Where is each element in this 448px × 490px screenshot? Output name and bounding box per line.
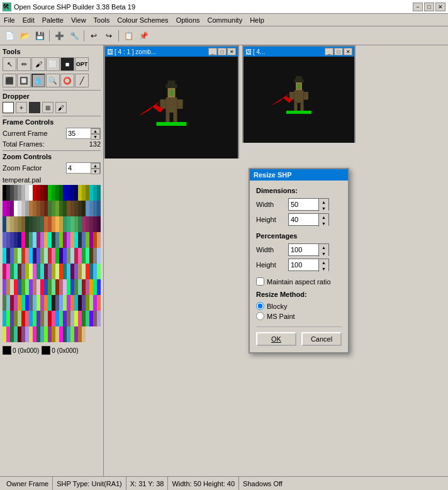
pct-width-down[interactable]: ▼ (319, 250, 328, 257)
aspect-ratio-checkbox[interactable] (256, 277, 264, 286)
maximize-button[interactable]: □ (424, 3, 434, 11)
status-shp-type: SHP Type: Unit(RA1) (53, 477, 126, 490)
zoom-controls-title: Zoom Controls (3, 153, 101, 160)
canvas-win2-close[interactable]: ✕ (344, 48, 352, 55)
dropper-brush[interactable]: 🖌 (55, 102, 67, 113)
dim-width-up[interactable]: ▲ (319, 199, 328, 205)
toolbar-sep1 (49, 30, 50, 42)
tool-pencil[interactable]: ✏ (17, 57, 31, 71)
zoom-factor-input[interactable]: 4 (67, 164, 92, 172)
dropper-grid[interactable]: ⊞ (42, 102, 53, 113)
pct-height-down[interactable]: ▼ (319, 265, 328, 272)
tool-select[interactable]: ↖ (3, 57, 16, 71)
menu-colour-schemes[interactable]: Colour Schemes (113, 16, 172, 25)
menu-edit[interactable]: Edit (19, 16, 38, 25)
toolbar-save[interactable]: 💾 (33, 29, 47, 43)
color-indicator-1: 0 (0x000) (3, 346, 39, 355)
menu-palette[interactable]: Palette (38, 16, 67, 25)
current-frame-input[interactable]: 35 (67, 130, 92, 137)
pct-height-input[interactable] (289, 261, 320, 269)
tools-grid-2: ⬛ 🔲 💧 🔍 ⭕ ╱ (3, 74, 101, 87)
menu-help[interactable]: Help (246, 16, 268, 25)
toolbar-redo[interactable]: ↪ (102, 29, 116, 43)
menu-tools[interactable]: Tools (90, 16, 114, 25)
canvas-win1-minimize[interactable]: _ (208, 48, 217, 55)
toolbar-undo[interactable]: ↩ (87, 29, 101, 43)
resize-dialog: Resize SHP Dimensions: Width ▲ ▼ (249, 168, 349, 354)
dropper-section: Dropper + ⊞ 🖌 (3, 92, 101, 113)
zoom-factor-row: Zoom Factor 4 ▲ ▼ (3, 162, 101, 174)
toolbar-tools[interactable]: 🔧 (67, 29, 81, 43)
current-frame-up[interactable]: ▲ (91, 128, 100, 134)
current-frame-spinbox[interactable]: 35 ▲ ▼ (66, 128, 101, 139)
dim-height-down[interactable]: ▼ (319, 220, 328, 226)
dim-height-row: Height ▲ ▼ (256, 213, 342, 226)
tool-ellipse[interactable]: ⭕ (60, 74, 74, 87)
method-mspaint-radio[interactable] (256, 312, 264, 320)
canvas-win1-close[interactable]: ✕ (227, 48, 236, 55)
pct-width-input[interactable] (289, 246, 320, 253)
dim-width-down[interactable]: ▼ (319, 205, 328, 211)
menu-options[interactable]: Options (172, 16, 204, 25)
pct-height-spinbox[interactable]: ▲ ▼ (288, 259, 329, 271)
toolbar-copy[interactable]: 📋 (121, 29, 135, 43)
tool-fill[interactable]: ⬛ (3, 74, 16, 87)
dim-height-input[interactable] (289, 216, 320, 223)
canvas-win2-maximize[interactable]: □ (334, 48, 343, 55)
canvas-win2-minimize[interactable]: _ (325, 48, 333, 55)
toolbar-add[interactable]: ➕ (52, 29, 66, 43)
dim-width-arrows: ▲ ▼ (318, 199, 328, 211)
menu-view[interactable]: View (67, 16, 90, 25)
zoom-factor-spinbox[interactable]: 4 ▲ ▼ (66, 162, 101, 174)
color-indicators: 0 (0x000) 0 (0x000) (3, 346, 101, 355)
menu-file[interactable]: File (0, 16, 19, 25)
ok-button[interactable]: OK (256, 332, 296, 346)
minimize-button[interactable]: − (413, 3, 423, 11)
color-box-2[interactable] (42, 346, 50, 355)
toolbar-paste[interactable]: 📌 (137, 29, 150, 43)
pct-width-up[interactable]: ▲ (319, 244, 328, 250)
toolbar-new[interactable]: 📄 (3, 29, 16, 43)
dim-height-spinbox[interactable]: ▲ ▼ (288, 213, 329, 226)
aspect-ratio-label: Maintain aspect ratio (267, 278, 331, 286)
tool-text[interactable]: OPT (75, 57, 89, 71)
canvas-draw-2[interactable] (244, 57, 354, 143)
percentages-section: Percentages Width ▲ ▼ Height (256, 232, 342, 271)
dim-width-spinbox[interactable]: ▲ ▼ (288, 198, 329, 211)
dropper-plus[interactable]: + (16, 102, 27, 113)
status-shadows: Shadows Off (239, 477, 286, 490)
main-area: Tools ↖ ✏ 🖌 ⬜ ■ OPT ⬛ 🔲 💧 🔍 ⭕ ╱ Dropper … (0, 45, 448, 476)
tool-zoom[interactable]: 🔍 (46, 74, 60, 87)
title-bar: 🛠 Open Source SHP Builder 3.38 Beta 19 −… (0, 0, 448, 14)
zoom-factor-up[interactable]: ▲ (91, 163, 100, 169)
close-button[interactable]: ✕ (435, 3, 445, 11)
dim-width-input[interactable] (289, 201, 320, 208)
tool-dark[interactable]: ■ (60, 57, 74, 71)
color-box-1[interactable] (3, 346, 11, 355)
current-frame-down[interactable]: ▼ (91, 134, 100, 140)
tool-eraser[interactable]: 🔲 (17, 74, 31, 87)
pct-height-up[interactable]: ▲ (319, 259, 328, 265)
pct-height-arrows: ▲ ▼ (318, 259, 328, 272)
canvas-icon-2: 🖼 (245, 48, 252, 55)
toolbar-open[interactable]: 📂 (18, 29, 31, 43)
pct-width-spinbox[interactable]: ▲ ▼ (288, 243, 329, 256)
method-blocky-radio[interactable] (256, 302, 264, 310)
tool-dropper[interactable]: 💧 (31, 74, 45, 87)
canvas-content-1[interactable] (105, 57, 238, 159)
color-label-2: 0 (0x000) (52, 347, 78, 354)
tool-line[interactable]: ╱ (75, 74, 89, 87)
canvas-draw-1[interactable] (105, 57, 238, 159)
dialog-buttons: OK Cancel (256, 326, 342, 346)
dim-height-up[interactable]: ▲ (319, 214, 328, 220)
total-frames-row: Total Frames: 132 (3, 140, 101, 148)
canvas-content-2[interactable] (244, 57, 354, 143)
menu-community[interactable]: Community (204, 16, 247, 25)
canvas-win1-maximize[interactable]: □ (218, 48, 227, 55)
zoom-factor-down[interactable]: ▼ (91, 169, 100, 174)
palette-canvas[interactable] (3, 185, 101, 342)
tool-rect[interactable]: ⬜ (46, 57, 60, 71)
tool-brush[interactable]: 🖌 (31, 57, 45, 71)
dropper-title: Dropper (3, 92, 101, 100)
cancel-button[interactable]: Cancel (301, 332, 342, 346)
